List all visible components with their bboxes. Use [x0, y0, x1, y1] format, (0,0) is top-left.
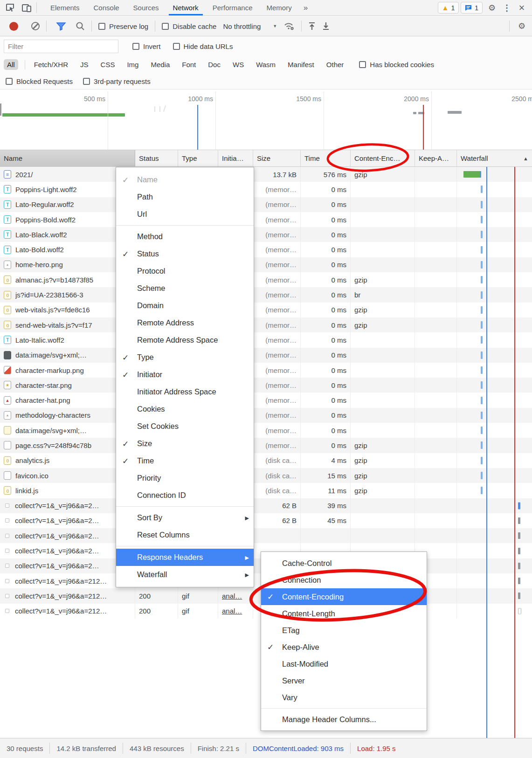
- table-row[interactable]: collect?v=1&_v=j96&a=2…62 B45 ms: [0, 513, 532, 528]
- table-row[interactable]: ★character-star.png(memor…0 ms: [0, 378, 532, 393]
- tab-performance[interactable]: Performance: [206, 0, 260, 15]
- menu-item-scheme[interactable]: Scheme: [116, 280, 254, 297]
- status-domcontentloaded[interactable]: DOMContentLoaded: 903 ms: [246, 743, 350, 754]
- menu-item-vary[interactable]: Vary: [261, 689, 427, 706]
- column-header-name[interactable]: Name: [0, 150, 135, 166]
- menu-item-domain[interactable]: Domain: [116, 297, 254, 314]
- filter-chip-manifest[interactable]: Manifest: [284, 59, 318, 70]
- table-row[interactable]: ( )almanac.js?v=b14873f85(memor…0 msgzip: [0, 272, 532, 287]
- table-row[interactable]: collect?v=1&_v=j96&a=2…: [0, 528, 532, 543]
- network-settings-gear-icon[interactable]: ⚙: [516, 21, 527, 31]
- table-row[interactable]: favicon.ico(disk ca…15 msgzip: [0, 468, 532, 483]
- record-icon[interactable]: [9, 22, 18, 31]
- status-load[interactable]: Load: 1.95 s: [350, 743, 402, 754]
- menu-item-etag[interactable]: ETag: [261, 622, 427, 639]
- table-row[interactable]: ▴home-hero.png(memor…0 ms: [0, 257, 532, 272]
- menu-item-method[interactable]: Method: [116, 228, 254, 245]
- close-icon[interactable]: ×: [516, 2, 527, 14]
- disable-cache-checkbox[interactable]: Disable cache: [162, 22, 216, 30]
- column-header-waterfall[interactable]: Waterfall▲: [457, 150, 532, 166]
- menu-item-last-modified[interactable]: Last-Modified: [261, 655, 427, 672]
- table-row[interactable]: ( )send-web-vitals.js?v=f17(memor…0 msgz…: [0, 317, 532, 332]
- network-overview-timeline[interactable]: 500 ms1000 ms1500 ms2000 ms2500 ms: [0, 90, 532, 150]
- menu-item-remote-address-space[interactable]: Remote Address Space: [116, 331, 254, 349]
- export-har-icon[interactable]: [322, 22, 330, 30]
- menu-item-initiator-address-space[interactable]: Initiator Address Space: [116, 383, 254, 400]
- filter-chip-font[interactable]: Font: [179, 59, 199, 70]
- menu-item-sort-by[interactable]: Sort By▶: [116, 509, 254, 526]
- menu-item-content-length[interactable]: Content-Length: [261, 605, 427, 622]
- menu-item-status[interactable]: ✓Status: [116, 245, 254, 262]
- menu-item-connection[interactable]: Connection: [261, 572, 427, 588]
- tab-memory[interactable]: Memory: [260, 0, 299, 15]
- table-row[interactable]: character-markup.png(memor…0 ms: [0, 363, 532, 378]
- menu-item-keep-alive[interactable]: ✓Keep-Alive: [261, 639, 427, 655]
- table-row[interactable]: TLato-Regular.woff2(memor…0 ms: [0, 197, 532, 212]
- table-row[interactable]: ( )web-vitals.js?v=fde8c16(memor…0 msgzi…: [0, 303, 532, 317]
- column-header-size[interactable]: Size: [253, 150, 301, 166]
- third-party-requests-checkbox[interactable]: 3rd-party requests: [83, 77, 151, 85]
- table-row[interactable]: TLato-Bold.woff2(memor…0 ms: [0, 242, 532, 257]
- filter-chip-css[interactable]: CSS: [97, 59, 118, 70]
- preserve-log-checkbox[interactable]: Preserve log: [98, 22, 148, 30]
- menu-item-time[interactable]: ✓Time: [116, 452, 254, 469]
- filter-chip-media[interactable]: Media: [147, 59, 173, 70]
- menu-item-remote-address[interactable]: Remote Address: [116, 314, 254, 331]
- table-row[interactable]: TLato-Italic.woff2(memor…0 ms: [0, 332, 532, 347]
- menu-item-url[interactable]: Url: [116, 206, 254, 223]
- column-header-type[interactable]: Type: [178, 150, 218, 166]
- filter-chip-wasm[interactable]: Wasm: [253, 59, 279, 70]
- invert-checkbox[interactable]: Invert: [132, 42, 161, 50]
- filter-chip-other[interactable]: Other: [323, 59, 347, 70]
- menu-item-priority[interactable]: Priority: [116, 469, 254, 487]
- throttling-dropdown[interactable]: No throttling ▼: [223, 22, 277, 30]
- table-row[interactable]: data:image/svg+xml;…(memor…0 ms: [0, 348, 532, 363]
- network-conditions-icon[interactable]: [283, 21, 295, 31]
- has-blocked-cookies-checkbox[interactable]: Has blocked cookies: [359, 61, 434, 69]
- menu-item-initiator[interactable]: ✓Initiator: [116, 366, 254, 383]
- filter-chip-doc[interactable]: Doc: [205, 59, 224, 70]
- table-row[interactable]: TLato-Black.woff2(memor…0 ms: [0, 227, 532, 242]
- kebab-menu-icon[interactable]: ⋮: [501, 3, 512, 13]
- filter-input[interactable]: [4, 40, 118, 53]
- clear-icon[interactable]: [31, 22, 40, 30]
- menu-item-reset-columns[interactable]: Reset Columns: [116, 526, 254, 544]
- more-tabs-chevron[interactable]: »: [299, 0, 312, 15]
- table-row[interactable]: page.css?v=248f94c78b(memor…0 msgzip: [0, 438, 532, 453]
- menu-item-response-headers[interactable]: Response Headers▶: [116, 549, 254, 566]
- menu-item-manage-header-columns[interactable]: Manage Header Columns...: [261, 711, 427, 728]
- tab-elements[interactable]: Elements: [43, 0, 87, 15]
- issues-badge[interactable]: 1: [461, 2, 483, 14]
- search-icon[interactable]: [76, 21, 85, 31]
- table-row[interactable]: TPoppins-Light.woff2(memor…0 ms: [0, 182, 532, 197]
- table-row[interactable]: ▴methodology-characters(memor…0 ms: [0, 408, 532, 423]
- table-row[interactable]: ▲character-hat.png(memor…0 ms: [0, 393, 532, 407]
- table-row[interactable]: ( )linkid.js(disk ca…11 msgzip: [0, 483, 532, 498]
- menu-item-cache-control[interactable]: Cache-Control: [261, 555, 427, 572]
- tab-console[interactable]: Console: [87, 0, 126, 15]
- initiator-link[interactable]: anal…: [222, 607, 242, 615]
- menu-item-type[interactable]: ✓Type: [116, 349, 254, 366]
- tab-sources[interactable]: Sources: [126, 0, 166, 15]
- filter-funnel-icon[interactable]: [56, 21, 66, 31]
- menu-item-set-cookies[interactable]: Set Cookies: [116, 418, 254, 435]
- warnings-badge[interactable]: ▲ 1: [438, 2, 459, 14]
- sort-ascending-icon[interactable]: ▲: [523, 156, 528, 161]
- menu-item-path[interactable]: Path: [116, 188, 254, 206]
- menu-item-name[interactable]: ✓Name: [116, 171, 254, 188]
- column-header-content-enc[interactable]: Content-Enc…: [351, 150, 415, 166]
- tab-network[interactable]: Network: [166, 0, 206, 15]
- filter-chip-fetch-xhr[interactable]: Fetch/XHR: [31, 59, 71, 70]
- table-row[interactable]: ≡2021/13.7 kB576 msgzip: [0, 167, 532, 182]
- inspect-element-icon[interactable]: [4, 2, 16, 14]
- table-row[interactable]: TPoppins-Bold.woff2(memor…0 ms: [0, 212, 532, 227]
- filter-chip-all[interactable]: All: [4, 59, 18, 70]
- hide-data-urls-checkbox[interactable]: Hide data URLs: [173, 42, 233, 50]
- menu-item-server[interactable]: Server: [261, 672, 427, 689]
- settings-gear-icon[interactable]: ⚙: [486, 3, 497, 13]
- menu-item-waterfall[interactable]: Waterfall▶: [116, 566, 254, 583]
- table-row[interactable]: collect?v=1&_v=j96&a=2…62 B39 ms: [0, 498, 532, 513]
- column-header-time[interactable]: Time: [301, 150, 351, 166]
- column-header-initia[interactable]: Initia…: [218, 150, 253, 166]
- menu-item-cookies[interactable]: Cookies: [116, 400, 254, 418]
